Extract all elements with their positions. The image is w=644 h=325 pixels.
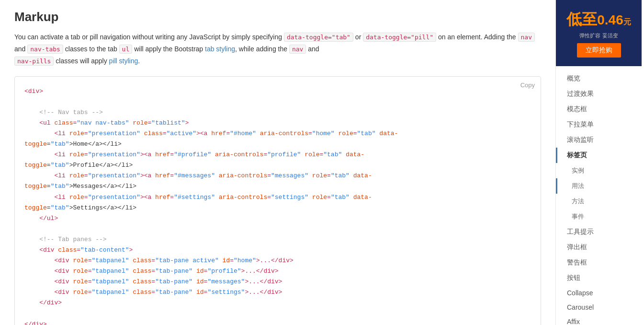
sidebar-nav: 概览 过渡效果 模态框 下拉菜单 滚动监听 标签页 实例 用法 方法 事件 工具… bbox=[556, 66, 642, 325]
right-sidebar: 低至0.46元 弹性扩容 妥活变 立即抢购 概览 过渡效果 模态框 下拉菜单 滚… bbox=[555, 0, 642, 325]
code-data-toggle-pill: data-toggle="pill" bbox=[363, 33, 436, 42]
ad-price-suffix: 元 bbox=[623, 18, 631, 26]
tab-styling-link[interactable]: tab styling bbox=[205, 45, 235, 53]
sidebar-item-events[interactable]: 事件 bbox=[556, 209, 642, 224]
description: You can activate a tab or pill navigatio… bbox=[14, 31, 541, 68]
ad-purchase-button[interactable]: 立即抢购 bbox=[577, 43, 621, 58]
page-title: Markup bbox=[14, 10, 541, 24]
code-area: <div> <!-- Nav tabs --> <ul class="nav n… bbox=[15, 77, 541, 325]
ad-label: 低至 bbox=[566, 11, 597, 28]
sidebar-item-modal[interactable]: 模态框 bbox=[556, 102, 642, 117]
pill-styling-link[interactable]: pill styling bbox=[109, 57, 138, 65]
sidebar-item-collapse[interactable]: Collapse bbox=[556, 286, 642, 300]
sidebar-item-overview[interactable]: 概览 bbox=[556, 71, 642, 86]
sidebar-item-examples[interactable]: 实例 bbox=[556, 163, 642, 178]
sidebar-item-tabs[interactable]: 标签页 bbox=[556, 148, 642, 163]
sidebar-item-dropdown[interactable]: 下拉菜单 bbox=[556, 117, 642, 132]
sidebar-item-transition[interactable]: 过渡效果 bbox=[556, 86, 642, 102]
ad-top-text: 低至0.46元 bbox=[566, 9, 631, 30]
code-data-toggle-tab: data-toggle="tab" bbox=[284, 33, 353, 42]
sidebar-item-carousel[interactable]: Carousel bbox=[556, 300, 642, 314]
code-block: Copy <div> <!-- Nav tabs --> <ul class="… bbox=[14, 76, 541, 325]
sidebar-item-scrollspy[interactable]: 滚动监听 bbox=[556, 132, 642, 148]
code-nav: nav bbox=[518, 33, 535, 42]
sidebar-item-tooltip[interactable]: 工具提示 bbox=[556, 224, 642, 240]
ad-price: 0.46 bbox=[597, 12, 623, 27]
code-nav-tabs: nav-tabs bbox=[27, 45, 63, 54]
sidebar-item-affix[interactable]: Affix bbox=[556, 314, 642, 325]
sidebar-ad: 低至0.46元 弹性扩容 妥活变 立即抢购 bbox=[556, 0, 642, 66]
code-ul: ul bbox=[119, 45, 133, 54]
code-nav-pills: nav-pills bbox=[14, 57, 54, 66]
code-nav2: nav bbox=[289, 45, 306, 54]
sidebar-item-button[interactable]: 按钮 bbox=[556, 270, 642, 286]
sidebar-item-alert[interactable]: 警告框 bbox=[556, 255, 642, 270]
copy-button[interactable]: Copy bbox=[520, 81, 535, 89]
main-content: Markup You can activate a tab or pill na… bbox=[0, 0, 555, 325]
sidebar-item-popover[interactable]: 弹出框 bbox=[556, 240, 642, 255]
ad-sub-text: 弹性扩容 妥活变 bbox=[579, 32, 618, 39]
sidebar-item-usage[interactable]: 用法 bbox=[556, 178, 642, 194]
sidebar-item-methods[interactable]: 方法 bbox=[556, 194, 642, 209]
